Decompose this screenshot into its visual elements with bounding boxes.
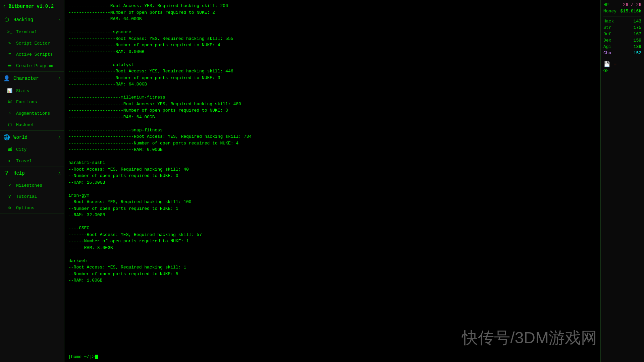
hacking-chevron: ∧ <box>58 17 61 22</box>
sidebar-item-stats[interactable]: 📊 Stats <box>0 85 64 97</box>
terminal-icon: >_ <box>7 29 13 35</box>
terminal-cursor <box>95 355 98 359</box>
factions-icon: 🏛 <box>7 100 13 105</box>
help-section-header[interactable]: ? Help ∧ <box>0 167 64 180</box>
sidebar-section-help: ? Help ∧ ✓ Milestones ? Tutorial ⚙ Optio… <box>0 167 64 214</box>
def-value: 167 <box>634 32 641 37</box>
hack-row: Hack 143 <box>603 18 641 24</box>
character-chevron: ∧ <box>58 76 61 81</box>
sidebar-item-factions[interactable]: 🏛 Factions <box>0 97 64 108</box>
app-title: Bitburner v1.0.2 <box>9 4 54 9</box>
def-row: Def 167 <box>603 31 641 37</box>
sidebar-header: ‹ Bitburner v1.0.2 <box>0 0 64 13</box>
augmentations-icon: ⚡ <box>7 111 13 116</box>
str-row: Str 175 <box>603 25 641 31</box>
stat-divider-2 <box>603 58 641 58</box>
sidebar-item-script-editor[interactable]: ✎ Script Editor <box>0 38 64 49</box>
travel-icon: ✈ <box>7 158 13 164</box>
sidebar: ‹ Bitburner v1.0.2 ⬡ Hacking ∧ >_ Termin… <box>0 0 64 362</box>
options-label: Options <box>16 205 35 210</box>
tutorial-label: Tutorial <box>16 194 37 199</box>
city-icon: 🏙 <box>7 147 13 152</box>
sidebar-item-tutorial[interactable]: ? Tutorial <box>0 191 64 202</box>
milestones-label: Milestones <box>16 183 42 188</box>
cha-row: Cha 152 <box>603 50 641 56</box>
main-panel: ----------------Root Access: YES, Requir… <box>64 0 600 362</box>
panel-action-icons: 💾 ≡ <box>603 61 641 68</box>
right-panel: HP 26 / 26 Money $15.816k Hack 143 Str 1… <box>600 0 644 362</box>
sidebar-item-options[interactable]: ⚙ Options <box>0 202 64 214</box>
str-value: 175 <box>634 25 641 30</box>
factions-label: Factions <box>16 100 37 105</box>
cha-value: 152 <box>634 51 641 56</box>
hacking-section-header[interactable]: ⬡ Hacking ∧ <box>0 13 64 26</box>
sidebar-item-hacknet[interactable]: ⬡ Hacknet <box>0 119 64 130</box>
help-chevron: ∧ <box>58 171 61 176</box>
travel-label: Travel <box>16 159 32 164</box>
money-value: $15.816k <box>621 9 641 14</box>
stat-divider-1 <box>603 16 641 16</box>
world-chevron: ∧ <box>58 135 61 140</box>
sidebar-item-create-program[interactable]: ☰ Create Program <box>0 60 64 71</box>
hp-label: HP <box>603 2 609 7</box>
active-scripts-icon: ≡ <box>7 52 13 57</box>
str-label: Str <box>603 25 611 30</box>
def-label: Def <box>603 32 611 37</box>
agi-value: 139 <box>634 44 641 49</box>
create-program-label: Create Program <box>16 63 53 68</box>
active-scripts-label: Active Scripts <box>16 52 53 57</box>
hack-value: 143 <box>634 19 641 24</box>
hacknet-label: Hacknet <box>16 122 35 127</box>
options-icon: ⚙ <box>7 205 13 210</box>
money-label: Money <box>603 9 616 14</box>
sidebar-back-button[interactable]: ‹ <box>3 3 6 9</box>
script-editor-label: Script Editor <box>16 41 50 46</box>
create-program-icon: ☰ <box>7 63 13 68</box>
sidebar-item-active-scripts[interactable]: ≡ Active Scripts <box>0 49 64 60</box>
world-label: World <box>13 135 55 140</box>
terminal-prompt: [home ~/]> <box>68 354 95 359</box>
eye-icon[interactable]: 👁 <box>603 68 608 74</box>
dex-label: Dex <box>603 38 611 43</box>
character-icon: 👤 <box>3 75 10 82</box>
character-section-header[interactable]: 👤 Character ∧ <box>0 72 64 85</box>
milestones-icon: ✓ <box>7 183 13 188</box>
agi-row: Agi 139 <box>603 44 641 50</box>
sidebar-item-terminal[interactable]: >_ Terminal <box>0 26 64 38</box>
help-icon: ? <box>3 170 10 176</box>
hacking-label: Hacking <box>13 17 55 22</box>
script-editor-icon: ✎ <box>7 41 13 46</box>
sidebar-section-world: 🌐 World ∧ 🏙 City ✈ Travel <box>0 131 64 167</box>
close-icon[interactable]: ≡ <box>613 61 617 67</box>
hp-value: 26 / 26 <box>623 2 641 7</box>
eye-icon-row: 👁 <box>603 68 641 74</box>
stats-label: Stats <box>16 88 29 94</box>
save-icon[interactable]: 💾 <box>603 61 610 68</box>
city-label: City <box>16 147 26 152</box>
hack-label: Hack <box>603 19 614 24</box>
sidebar-item-travel[interactable]: ✈ Travel <box>0 155 64 167</box>
terminal-input-line[interactable]: [home ~/]> <box>64 352 600 362</box>
agi-label: Agi <box>603 44 611 49</box>
character-label: Character <box>13 76 55 81</box>
stats-icon: 📊 <box>7 88 13 94</box>
sidebar-item-milestones[interactable]: ✓ Milestones <box>0 180 64 191</box>
augmentations-label: Augmentations <box>16 111 50 116</box>
sidebar-section-hacking: ⬡ Hacking ∧ >_ Terminal ✎ Script Editor … <box>0 13 64 72</box>
tutorial-icon: ? <box>7 194 13 199</box>
money-row: Money $15.816k <box>603 8 641 14</box>
terminal-label: Terminal <box>16 29 37 35</box>
world-section-header[interactable]: 🌐 World ∧ <box>0 131 64 144</box>
hacknet-icon: ⬡ <box>7 122 13 127</box>
sidebar-item-city[interactable]: 🏙 City <box>0 144 64 155</box>
world-icon: 🌐 <box>3 134 10 141</box>
dex-value: 159 <box>634 38 641 43</box>
sidebar-item-augmentations[interactable]: ⚡ Augmentations <box>0 108 64 119</box>
dex-row: Dex 159 <box>603 38 641 43</box>
hp-row: HP 26 / 26 <box>603 2 641 8</box>
hacking-icon: ⬡ <box>3 16 10 23</box>
terminal-output[interactable]: ----------------Root Access: YES, Requir… <box>64 0 600 352</box>
cha-label: Cha <box>603 51 611 56</box>
sidebar-section-character: 👤 Character ∧ 📊 Stats 🏛 Factions ⚡ Augme… <box>0 72 64 131</box>
help-label: Help <box>13 171 55 176</box>
